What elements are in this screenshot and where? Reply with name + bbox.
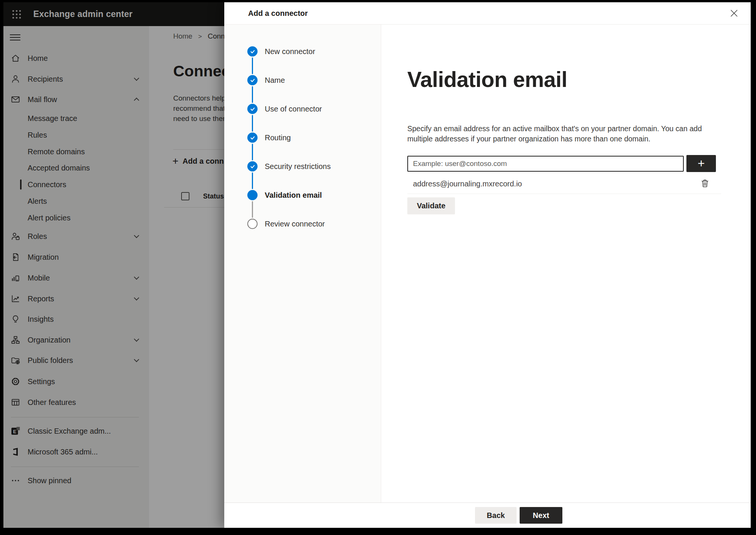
plus-icon: + xyxy=(698,157,705,170)
next-button[interactable]: Next xyxy=(520,507,562,524)
step-completed-icon xyxy=(247,104,258,114)
wizard-steps: New connector Name Use of connector Rout… xyxy=(224,25,381,502)
add-email-button[interactable]: + xyxy=(686,155,716,172)
step-completed-icon xyxy=(247,161,258,172)
validation-email-input[interactable] xyxy=(407,156,684,172)
trash-icon[interactable] xyxy=(699,177,711,190)
step-new-connector[interactable]: New connector xyxy=(224,43,381,60)
step-validation-email[interactable]: Validation email xyxy=(224,187,381,203)
screen: Exchange admin center Home Recipients Ma… xyxy=(0,0,756,535)
close-icon[interactable] xyxy=(728,7,740,19)
step-upcoming-icon xyxy=(247,219,258,229)
step-use-of-connector[interactable]: Use of connector xyxy=(224,101,381,117)
description-line: multiple addresses if your partner organ… xyxy=(407,134,702,144)
panel-content: Validation email Specify an email addres… xyxy=(381,25,751,502)
panel-footer: Back Next xyxy=(224,502,751,528)
step-description: Specify an email address for an active m… xyxy=(407,124,702,144)
step-heading: Validation email xyxy=(407,67,567,92)
step-review-connector[interactable]: Review connector xyxy=(224,216,381,232)
email-list-item: address@journaling.mxrecord.io xyxy=(413,178,522,189)
app-window: Exchange admin center Home Recipients Ma… xyxy=(3,2,751,528)
panel-header: Add a connector xyxy=(224,2,751,25)
divider xyxy=(407,194,721,194)
step-current-icon xyxy=(247,190,258,200)
validate-button[interactable]: Validate xyxy=(407,197,455,214)
step-security-restrictions[interactable]: Security restrictions xyxy=(224,158,381,175)
description-line: Specify an email address for an active m… xyxy=(407,124,702,134)
step-completed-icon xyxy=(247,75,258,85)
step-routing[interactable]: Routing xyxy=(224,129,381,146)
back-button[interactable]: Back xyxy=(475,507,517,524)
step-name[interactable]: Name xyxy=(224,72,381,88)
step-completed-icon xyxy=(247,133,258,143)
step-completed-icon xyxy=(247,47,258,57)
panel-title: Add a connector xyxy=(248,2,308,25)
add-connector-panel: Add a connector New connector Na xyxy=(224,2,751,528)
